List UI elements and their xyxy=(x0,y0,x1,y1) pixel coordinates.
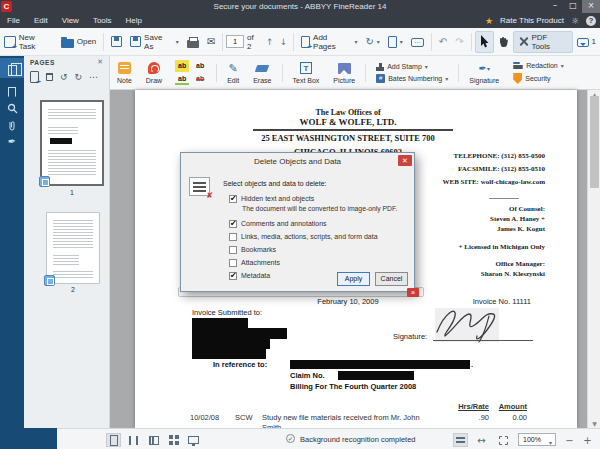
pointer-tool-button[interactable] xyxy=(475,31,494,53)
picture-tool[interactable]: Picture xyxy=(326,62,362,84)
fit-width-button[interactable] xyxy=(453,433,468,447)
menu-tools[interactable]: Tools xyxy=(86,16,119,25)
scrolling-view-button[interactable] xyxy=(126,433,141,447)
bookmark-icon xyxy=(8,87,16,97)
minimize-button[interactable]: – xyxy=(546,0,564,13)
translate-button[interactable]: ⋯ xyxy=(407,31,428,53)
pages-panel-close-icon[interactable]: ✕ xyxy=(97,58,103,66)
dialog-option[interactable]: Hidden text and objects xyxy=(229,192,411,205)
new-task-button[interactable]: New Task xyxy=(0,31,57,53)
checkbox[interactable] xyxy=(229,195,237,203)
dialog-close-button[interactable]: ✕ xyxy=(398,155,412,166)
maximize-button[interactable]: □ xyxy=(564,0,582,13)
rotate-left-button[interactable]: ↺ xyxy=(60,72,68,82)
menu-edit[interactable]: Edit xyxy=(27,16,55,25)
chevron-down-icon: ▾ xyxy=(176,38,179,45)
hrs-rate-column-header: Hrs/Rate xyxy=(453,402,489,411)
annotation-marker-icon[interactable]: a xyxy=(407,288,419,297)
apply-button[interactable]: Apply xyxy=(337,272,370,286)
strikethrough-tool[interactable]: ab xyxy=(193,73,207,85)
redo-button[interactable]: ↷ xyxy=(451,31,467,53)
two-page-view-button[interactable] xyxy=(146,433,161,447)
zoom-in-button[interactable]: + xyxy=(580,433,595,447)
add-page-button[interactable] xyxy=(30,71,39,83)
underline-tool[interactable]: ab xyxy=(193,60,207,72)
security-button[interactable]: Security xyxy=(513,73,564,84)
close-button[interactable]: × xyxy=(582,0,600,13)
previous-page-button[interactable]: ↑ xyxy=(263,37,277,47)
erase-tool[interactable]: Erase xyxy=(246,62,278,84)
delete-page-button[interactable] xyxy=(46,73,53,81)
page-number-input[interactable]: 1 xyxy=(226,35,244,48)
note-tool[interactable]: Note xyxy=(110,62,139,84)
claim-label: Claim No. xyxy=(290,371,325,380)
chevron-down-icon: ▾ xyxy=(445,75,448,82)
thumbnail-view-button[interactable] xyxy=(166,433,181,447)
draw-tool[interactable]: Draw xyxy=(139,62,169,84)
counsel-name-1: Steven A. Haney + xyxy=(490,215,545,223)
one-page-view-button[interactable] xyxy=(106,433,121,447)
digital-signatures-panel-tab[interactable]: ✒ xyxy=(0,136,24,147)
hand-tool-button[interactable] xyxy=(494,31,513,53)
full-screen-view-button[interactable] xyxy=(186,433,201,447)
checkbox[interactable] xyxy=(229,272,237,280)
search-panel-tab[interactable] xyxy=(0,100,24,118)
signature-menu[interactable]: ✒▾ Signature xyxy=(462,62,506,84)
fit-page-button[interactable] xyxy=(496,433,511,447)
checkbox[interactable] xyxy=(229,246,237,254)
vertical-scrollbar[interactable]: ▲ ▼ xyxy=(587,90,600,428)
next-page-button[interactable]: ↓ xyxy=(277,37,291,47)
add-stamp-menu[interactable]: Add Stamp ▾ xyxy=(376,63,448,71)
pages-panel-tab[interactable] xyxy=(0,58,24,78)
email-button[interactable]: ✉ xyxy=(203,31,219,53)
dialog-option[interactable]: Comments and annotations xyxy=(229,217,411,230)
save-button[interactable] xyxy=(107,31,126,53)
help-icon[interactable]: ? xyxy=(586,16,596,26)
search-icon xyxy=(7,103,18,114)
comments-button[interactable]: 1 xyxy=(573,31,600,53)
menu-file[interactable]: File xyxy=(0,16,27,25)
menu-help[interactable]: Help xyxy=(119,16,149,25)
attachments-panel-tab[interactable] xyxy=(0,118,24,136)
rotate-icon: ↻ xyxy=(365,36,373,47)
checkbox[interactable] xyxy=(229,259,237,267)
more-options-button[interactable]: ⋯ xyxy=(89,72,98,82)
edit-tool[interactable]: ✎ Edit xyxy=(220,62,246,84)
bates-numbering-menu[interactable]: # Bates Numbering ▾ xyxy=(376,74,448,83)
save-as-button[interactable]: Save As ▾ xyxy=(126,31,183,53)
menu-view[interactable]: View xyxy=(55,16,86,25)
text-box-tool[interactable]: T Text Box xyxy=(286,62,327,84)
scrollbar-thumb[interactable] xyxy=(590,96,599,188)
dialog-option[interactable]: Attachments xyxy=(229,256,411,269)
add-pages-button[interactable]: Add Pages ▾ xyxy=(297,31,361,53)
print-button[interactable] xyxy=(183,31,203,53)
text-box-icon: T xyxy=(300,62,312,74)
squiggly-underline-tool[interactable]: ab xyxy=(175,73,189,85)
scroll-down-icon[interactable]: ▼ xyxy=(588,420,600,427)
open-button[interactable]: Open xyxy=(57,31,101,53)
bookmarks-panel-tab[interactable] xyxy=(0,83,24,101)
pdf-tools-button[interactable]: PDF Tools xyxy=(513,31,573,53)
gear-icon[interactable]: ☼ xyxy=(571,16,579,26)
rotate-right-button[interactable]: ↻ xyxy=(75,72,83,82)
rate-product-button[interactable]: Rate This Product xyxy=(500,16,564,25)
undo-button[interactable]: ↶ xyxy=(435,31,451,53)
rotate-button[interactable]: ↻ ▾ xyxy=(361,31,383,53)
checkbox[interactable] xyxy=(229,220,237,228)
zoom-select[interactable]: 100% ▾ xyxy=(518,433,556,446)
dialog-option[interactable]: Links, media, actions, scripts, and form… xyxy=(229,230,411,243)
fit-page-width-button[interactable]: ↔ xyxy=(474,433,489,447)
highlight-tool[interactable]: ab xyxy=(175,60,189,72)
checkbox[interactable] xyxy=(229,233,237,241)
dialog-option[interactable]: Bookmarks xyxy=(229,243,411,256)
page-thumbnail-2[interactable] xyxy=(46,212,100,284)
find-button[interactable]: ▾ xyxy=(384,31,407,53)
cancel-button[interactable]: Cancel xyxy=(375,272,408,286)
zoom-out-button[interactable]: − xyxy=(562,433,577,447)
undo-icon: ↶ xyxy=(439,36,447,47)
facsimile-line: FACSIMILE: (312) 855-0510 xyxy=(458,165,545,173)
panel-footer xyxy=(0,428,57,449)
find-in-document-icon xyxy=(388,36,397,48)
page-thumbnail-1[interactable] xyxy=(40,100,104,186)
redaction-menu[interactable]: Redaction ▾ xyxy=(513,61,564,70)
